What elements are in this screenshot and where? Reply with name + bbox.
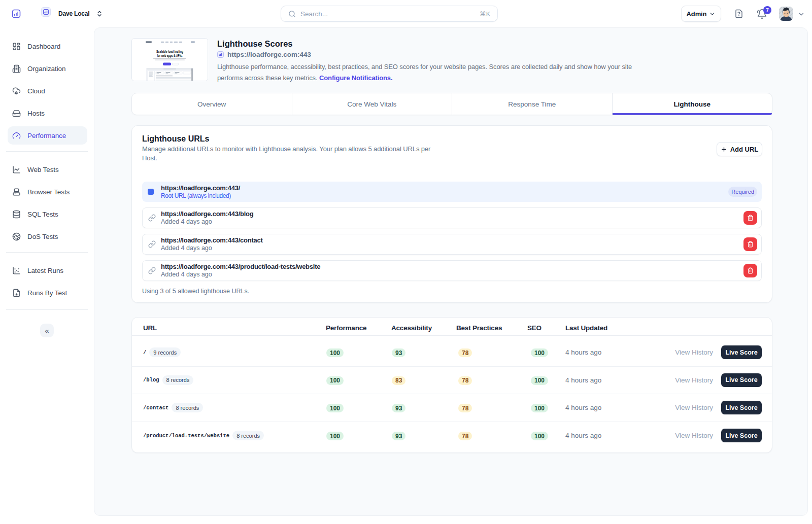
svg-text:for web apps & APIs.: for web apps & APIs. bbox=[157, 54, 183, 58]
